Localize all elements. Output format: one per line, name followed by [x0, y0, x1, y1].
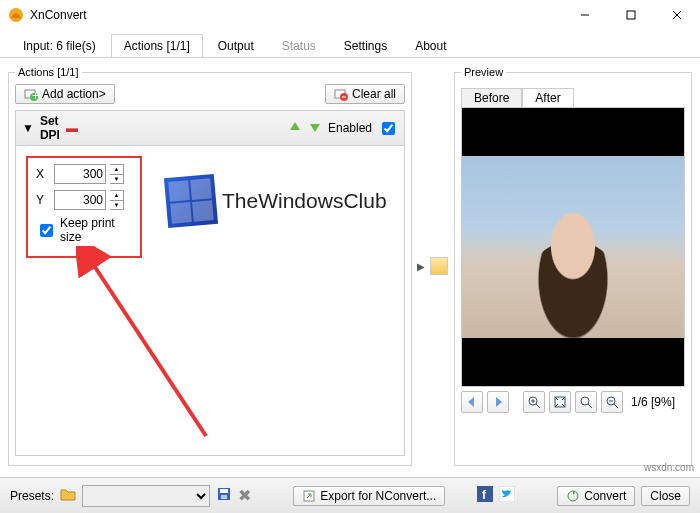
- svg-rect-2: [627, 11, 635, 19]
- svg-line-18: [588, 404, 592, 408]
- presets-open-icon[interactable]: [60, 487, 76, 504]
- annotation-arrow: [76, 246, 226, 446]
- app-logo-icon: [8, 7, 24, 23]
- svg-line-11: [91, 261, 206, 436]
- move-up-icon[interactable]: [288, 120, 302, 137]
- action-header: ▼ Set DPI ▬ Enabled: [15, 110, 405, 146]
- tab-output[interactable]: Output: [205, 34, 267, 57]
- export-icon: [302, 489, 316, 503]
- svg-text:+: +: [32, 89, 38, 101]
- zoom-actual-button[interactable]: [575, 391, 597, 413]
- add-action-button[interactable]: + Add action>: [15, 84, 115, 104]
- preview-counter: 1/6 [9%]: [631, 395, 675, 409]
- add-icon: +: [24, 87, 38, 101]
- minimize-button[interactable]: [562, 0, 608, 30]
- y-label: Y: [36, 193, 50, 207]
- x-spinner[interactable]: ▲▼: [110, 164, 124, 184]
- enabled-label: Enabled: [328, 121, 372, 135]
- panel-separator-icon[interactable]: ▶: [418, 66, 424, 466]
- svg-line-20: [614, 404, 618, 408]
- tab-input[interactable]: Input: 6 file(s): [10, 34, 109, 57]
- tab-status[interactable]: Status: [269, 34, 329, 57]
- svg-line-13: [536, 404, 540, 408]
- action-title: Set DPI: [40, 114, 60, 142]
- keep-print-size-label: Keep print size: [60, 216, 132, 244]
- tab-actions[interactable]: Actions [1/1]: [111, 34, 203, 57]
- tab-before[interactable]: Before: [461, 88, 522, 107]
- remove-action-icon[interactable]: ▬: [66, 121, 78, 135]
- save-preset-icon[interactable]: [216, 486, 232, 505]
- enabled-checkbox[interactable]: [382, 122, 395, 135]
- zoom-out-button[interactable]: [601, 391, 623, 413]
- collapse-icon[interactable]: ▼: [22, 121, 34, 135]
- svg-rect-23: [220, 489, 228, 493]
- presets-dropdown[interactable]: [82, 485, 210, 507]
- clear-icon: [334, 87, 348, 101]
- dpi-settings-box: X ▲▼ Y ▲▼ Keep print size: [26, 156, 142, 258]
- preview-icon[interactable]: [430, 257, 448, 275]
- export-nconvert-button[interactable]: Export for NConvert...: [293, 486, 445, 506]
- watermark-text: wsxdn.com: [644, 462, 694, 473]
- footer-bar: Presets: ✖ Export for NConvert... f Conv…: [0, 477, 700, 513]
- y-value-input[interactable]: [54, 190, 106, 210]
- preview-legend: Preview: [461, 66, 506, 78]
- close-button[interactable]: Close: [641, 486, 690, 506]
- y-spinner[interactable]: ▲▼: [110, 190, 124, 210]
- svg-rect-24: [221, 495, 227, 499]
- watermark-logo: TheWindowsClub: [166, 176, 387, 226]
- main-tabs: Input: 6 file(s) Actions [1/1] Output St…: [0, 30, 700, 58]
- preview-image: [461, 107, 685, 387]
- delete-preset-icon[interactable]: ✖: [238, 486, 251, 505]
- x-label: X: [36, 167, 50, 181]
- convert-icon: [566, 489, 580, 503]
- x-value-input[interactable]: [54, 164, 106, 184]
- clear-all-button[interactable]: Clear all: [325, 84, 405, 104]
- close-window-button[interactable]: [654, 0, 700, 30]
- twitter-icon[interactable]: [499, 486, 515, 505]
- prev-image-button[interactable]: [461, 391, 483, 413]
- fit-button[interactable]: [549, 391, 571, 413]
- svg-point-17: [581, 397, 589, 405]
- presets-label: Presets:: [10, 489, 54, 503]
- keep-print-size-checkbox[interactable]: [40, 224, 53, 237]
- tab-settings[interactable]: Settings: [331, 34, 400, 57]
- zoom-in-button[interactable]: [523, 391, 545, 413]
- window-title: XnConvert: [30, 8, 562, 22]
- next-image-button[interactable]: [487, 391, 509, 413]
- actions-legend: Actions [1/1]: [15, 66, 82, 78]
- convert-button[interactable]: Convert: [557, 486, 635, 506]
- facebook-icon[interactable]: f: [477, 486, 493, 505]
- move-down-icon[interactable]: [308, 120, 322, 137]
- actions-fieldset: Actions [1/1] + Add action> Clear all ▼ …: [8, 66, 412, 466]
- tab-after[interactable]: After: [522, 88, 573, 107]
- preview-fieldset: Preview Before After 1/6 [9%]: [454, 66, 692, 466]
- tab-about[interactable]: About: [402, 34, 459, 57]
- maximize-button[interactable]: [608, 0, 654, 30]
